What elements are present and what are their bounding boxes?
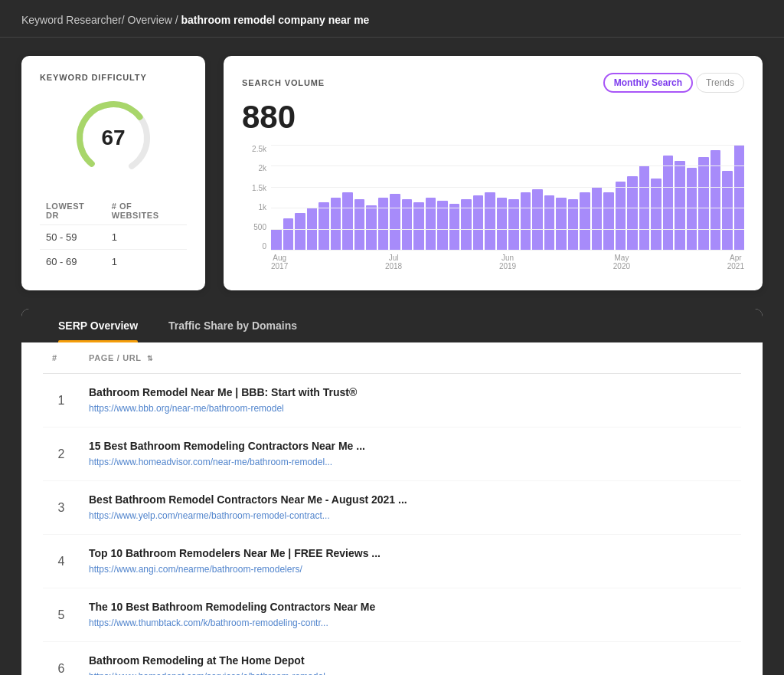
chart-bar [722, 171, 733, 250]
chart-bar [556, 198, 567, 251]
rank-number: 4 [43, 535, 80, 588]
chart-bar [544, 195, 555, 250]
serp-table-row: 4 Top 10 Bathroom Remodelers Near Me | F… [43, 535, 741, 588]
bottom-section: SERP OverviewTraffic Share by Domains # … [21, 309, 763, 675]
page-title: Bathroom Remodeling at The Home Depot [89, 654, 732, 667]
chart-bar [402, 199, 413, 250]
serp-table-row: 6 Bathroom Remodeling at The Home Depot … [43, 642, 741, 676]
col-hash-header: # [43, 342, 80, 374]
keyword-difficulty-card: KEYWORD DIFFICULTY 67 LOWEST DR # OF WEB… [21, 56, 205, 290]
chart-bar [710, 150, 721, 250]
page-info: Bathroom Remodel Near Me | BBB: Start wi… [80, 374, 741, 428]
dr-count: 1 [106, 225, 187, 250]
tab-serp-overview[interactable]: SERP Overview [43, 309, 153, 342]
rank-number: 5 [43, 588, 80, 642]
chart-bar [354, 199, 365, 250]
chart-bar [485, 192, 495, 250]
chart-bar [390, 194, 400, 250]
kd-title: KEYWORD DIFFICULTY [40, 73, 147, 82]
kd-gauge: 67 [71, 96, 155, 180]
chart-bar [734, 145, 745, 250]
page-url[interactable]: https://www.yelp.com/nearme/bathroom-rem… [89, 510, 330, 521]
page-url[interactable]: https://www.homeadvisor.com/near-me/bath… [89, 457, 332, 467]
rank-number: 1 [43, 374, 80, 428]
serp-table-container: # PAGE / URL ⇅ 1 Bathroom Remodel Near M… [21, 342, 763, 675]
x-axis-label: Aug 2017 [271, 254, 288, 270]
dr-table-row: 60 - 69 1 [40, 250, 187, 274]
sort-icon: ⇅ [147, 355, 154, 362]
page-title: 15 Best Bathroom Remodeling Contractors … [89, 440, 732, 452]
serp-table-row: 1 Bathroom Remodel Near Me | BBB: Start … [43, 374, 741, 428]
tab-traffic-share[interactable]: Traffic Share by Domains [153, 309, 312, 342]
page-info: The 10 Best Bathroom Remodeling Contract… [80, 588, 741, 642]
chart-bar [616, 182, 626, 250]
chart-bar [437, 201, 448, 250]
search-volume-card: SEARCH VOLUME Monthly Search Trends 880 … [224, 56, 763, 290]
page-title: Top 10 Bathroom Remodelers Near Me | FRE… [89, 547, 732, 559]
chart-bar [592, 187, 603, 250]
chart-bar [295, 213, 305, 250]
chart-bar [307, 208, 318, 250]
chart-bar [413, 202, 424, 250]
chart-bar [580, 192, 590, 250]
sv-number: 880 [242, 99, 744, 136]
dr-range: 60 - 69 [40, 250, 106, 274]
chart-x-labels: Aug 2017Jul 2018Jun 2019May 2020Apr 2021 [271, 254, 744, 270]
chart-bar [378, 198, 389, 251]
y-axis-label: 1k [242, 203, 266, 211]
chart-bar [568, 199, 579, 250]
dr-col1-header: LOWEST DR [40, 197, 106, 225]
chart-bar [366, 205, 377, 250]
dr-table-row: 50 - 59 1 [40, 225, 187, 250]
trends-tab[interactable]: Trends [696, 73, 744, 93]
cards-row: KEYWORD DIFFICULTY 67 LOWEST DR # OF WEB… [21, 56, 763, 290]
chart-bar [473, 195, 484, 250]
header: Keyword Researcher/ Overview / bathroom … [0, 0, 784, 38]
chart-bar [508, 199, 519, 250]
page-url[interactable]: https://www.homedepot.com/services/c/bat… [89, 671, 333, 675]
chart-bar [521, 192, 531, 250]
rank-number: 2 [43, 428, 80, 481]
page-info: Best Bathroom Remodel Contractors Near M… [80, 481, 741, 535]
tabs-bar: SERP OverviewTraffic Share by Domains [21, 309, 763, 342]
chart-bar [639, 165, 650, 250]
sv-tabs: Monthly Search Trends [603, 73, 744, 93]
chart-bar [627, 176, 638, 250]
page-info: 15 Best Bathroom Remodeling Contractors … [80, 428, 741, 481]
chart-bar [342, 192, 353, 250]
page-title: Bathroom Remodel Near Me | BBB: Start wi… [89, 386, 732, 398]
y-axis-label: 2k [242, 164, 266, 172]
chart-bar [687, 168, 697, 250]
chart-bar [461, 199, 472, 250]
x-axis-label: Jun 2019 [499, 254, 516, 270]
page-title: Best Bathroom Remodel Contractors Near M… [89, 493, 732, 506]
serp-table-row: 2 15 Best Bathroom Remodeling Contractor… [43, 428, 741, 481]
dr-col2-header: # OF WEBSITES [106, 197, 187, 225]
breadcrumb-prefix: Keyword Researcher/ Overview / [21, 14, 178, 26]
sv-title: SEARCH VOLUME [242, 78, 325, 87]
chart-bar [449, 204, 460, 250]
chart-y-axis: 2.5k2k1.5k1k5000 [242, 145, 266, 267]
col-url-header[interactable]: PAGE / URL ⇅ [80, 342, 741, 374]
page-url[interactable]: https://www.angi.com/nearme/bathroom-rem… [89, 564, 302, 575]
y-axis-label: 500 [242, 223, 266, 231]
chart-bar [698, 157, 709, 250]
serp-table-row: 5 The 10 Best Bathroom Remodeling Contra… [43, 588, 741, 642]
x-axis-label: Jul 2018 [385, 254, 402, 270]
chart-bar [426, 198, 436, 251]
page-url[interactable]: https://www.bbb.org/near-me/bathroom-rem… [89, 403, 284, 414]
monthly-search-tab[interactable]: Monthly Search [603, 73, 693, 93]
y-axis-label: 2.5k [242, 145, 266, 153]
page-title: The 10 Best Bathroom Remodeling Contract… [89, 601, 732, 613]
y-axis-label: 0 [242, 242, 266, 251]
sv-header: SEARCH VOLUME Monthly Search Trends [242, 73, 744, 93]
rank-number: 3 [43, 481, 80, 535]
serp-table-row: 3 Best Bathroom Remodel Contractors Near… [43, 481, 741, 535]
rank-number: 6 [43, 642, 80, 676]
breadcrumb-keyword: bathroom remodel company near me [181, 14, 370, 26]
kd-score: 67 [101, 126, 125, 150]
chart-bar [283, 218, 294, 250]
page-url[interactable]: https://www.thumbtack.com/k/bathroom-rem… [89, 618, 328, 628]
breadcrumb: Keyword Researcher/ Overview / bathroom … [21, 14, 763, 26]
chart-bar [651, 179, 662, 250]
